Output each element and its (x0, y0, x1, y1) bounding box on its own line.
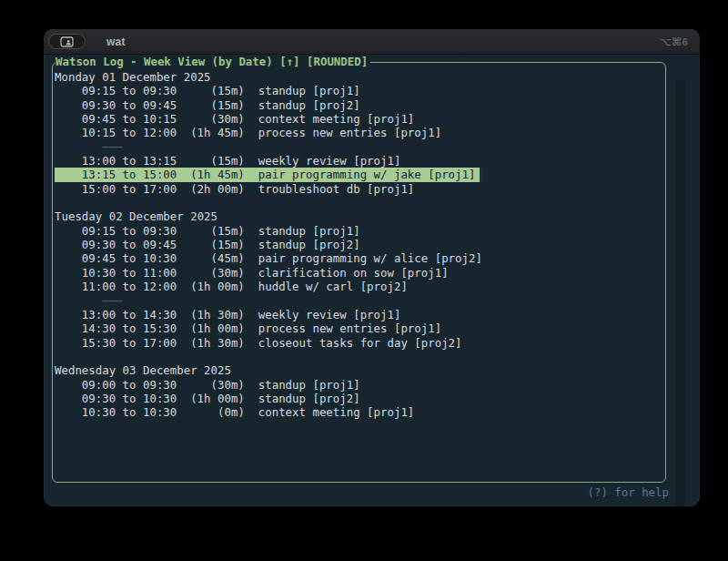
log-entry[interactable]: 09:30 to 09:45(15m)standup [proj2] (55, 238, 364, 251)
entry-duration: (1h 45m) (177, 126, 245, 139)
terminal-content: Watson Log - Week View (by Date) [↑] [RO… (44, 55, 700, 506)
entry-time-range: 09:45 to 10:30 (82, 251, 177, 265)
gap-separator: ─── (55, 294, 123, 308)
log-entry[interactable]: 14:30 to 15:30(1h 00m)process new entrie… (55, 321, 446, 335)
day-header: Monday 01 December 2025 (55, 70, 211, 84)
entry-duration: (45m) (177, 251, 245, 265)
entry-time-range: 09:00 to 09:30 (82, 378, 177, 392)
entry-time-range: 09:15 to 09:30 (82, 224, 177, 238)
entry-description: standup [proj1] (245, 224, 360, 238)
help-hint: (?) for help (587, 485, 669, 499)
entry-duration: (1h 00m) (177, 280, 245, 293)
log-entry[interactable]: 13:00 to 14:30(1h 30m)weekly review [pro… (55, 308, 405, 321)
entry-time-range: 14:30 to 15:30 (82, 321, 177, 335)
log-entry[interactable]: 13:00 to 13:15(15m)weekly review [proj1] (55, 154, 405, 168)
terminal-tab[interactable] (48, 34, 86, 49)
log-entry[interactable]: 09:00 to 09:30(30m)standup [proj1] (55, 378, 364, 392)
blank-line (55, 196, 61, 209)
entry-description: standup [proj2] (245, 98, 360, 112)
entry-description: pair programming w/ jake [proj1] (245, 168, 476, 181)
log-entry[interactable]: 09:30 to 10:30(1h 00m)standup [proj2] (55, 392, 364, 405)
entry-duration: (15m) (177, 154, 245, 168)
tab-shortcut-label: ⌥⌘6 (660, 36, 688, 48)
entry-time-range: 09:30 to 09:45 (82, 98, 177, 112)
scrollbar-track[interactable] (675, 80, 685, 506)
entry-duration: (15m) (177, 238, 245, 251)
entry-time-range: 15:00 to 17:00 (82, 182, 177, 196)
entry-time-range: 10:30 to 11:00 (82, 266, 177, 280)
day-block: Monday 01 December 202509:15 to 09:30(15… (55, 70, 663, 196)
entry-time-range: 13:15 to 15:00 (82, 168, 177, 181)
log-days: Monday 01 December 202509:15 to 09:30(15… (53, 63, 665, 482)
entry-time-range: 10:30 to 10:30 (82, 405, 177, 419)
entry-duration: (1h 00m) (177, 392, 245, 405)
entry-time-range: 09:30 to 09:45 (82, 238, 177, 251)
entry-description: clarification on sow [proj1] (245, 266, 449, 280)
entry-duration: (15m) (177, 224, 245, 238)
log-entry[interactable]: 09:45 to 10:15(30m)context meeting [proj… (55, 112, 419, 126)
log-entry[interactable]: 09:30 to 09:45(15m)standup [proj2] (55, 98, 364, 112)
blank-line (55, 350, 61, 363)
terminal-window: wat ⌥⌘6 Watson Log - Week View (by Date)… (44, 29, 700, 506)
entry-description: standup [proj1] (245, 84, 360, 97)
log-entry-selected[interactable]: 13:15 to 15:00(1h 45m)pair programming w… (55, 168, 482, 181)
entry-time-range: 13:00 to 13:15 (82, 154, 177, 168)
log-entry[interactable]: 15:00 to 17:00(2h 00m)troubleshoot db [p… (55, 182, 419, 196)
entry-duration: (1h 30m) (177, 336, 245, 350)
log-entry[interactable]: 10:30 to 10:30(0m)context meeting [proj1… (55, 405, 419, 419)
log-entry[interactable]: 09:15 to 09:30(15m)standup [proj1] (55, 84, 364, 97)
entry-duration: (30m) (177, 266, 245, 280)
titlebar: wat ⌥⌘6 (44, 29, 700, 55)
entry-duration: (30m) (177, 112, 245, 126)
entry-duration: (2h 00m) (177, 182, 245, 196)
entry-description: standup [proj1] (245, 378, 360, 392)
entry-description: standup [proj2] (245, 238, 360, 251)
window-title: wat (106, 36, 126, 48)
entry-description: pair programming w/ alice [proj2] (245, 251, 482, 265)
log-entry[interactable]: 15:30 to 17:00(1h 30m)closeout tasks for… (55, 336, 466, 350)
entry-duration: (1h 45m) (177, 168, 245, 181)
log-entry[interactable]: 09:15 to 09:30(15m)standup [proj1] (55, 224, 364, 238)
day-header: Tuesday 02 December 2025 (55, 209, 217, 223)
log-entry[interactable]: 09:45 to 10:30(45m)pair programming w/ a… (55, 251, 486, 265)
entry-description: process new entries [proj1] (245, 321, 441, 335)
entry-time-range: 11:00 to 12:00 (82, 280, 177, 293)
week-view-panel: Watson Log - Week View (by Date) [↑] [RO… (52, 62, 666, 483)
day-header: Wednesday 03 December 2025 (55, 363, 231, 377)
entry-description: troubleshoot db [proj1] (245, 182, 414, 196)
entry-time-range: 13:00 to 14:30 (82, 308, 177, 321)
entry-description: process new entries [proj1] (245, 126, 441, 139)
entry-time-range: 09:15 to 09:30 (82, 84, 177, 97)
entry-time-range: 09:30 to 10:30 (82, 392, 177, 405)
entry-description: closeout tasks for day [proj2] (245, 336, 462, 350)
entry-description: standup [proj2] (245, 392, 360, 405)
entry-duration: (15m) (177, 98, 245, 112)
entry-time-range: 10:15 to 12:00 (82, 126, 177, 139)
log-entry[interactable]: 10:15 to 12:00(1h 45m)process new entrie… (55, 126, 446, 139)
entry-description: weekly review [proj1] (245, 154, 401, 168)
entry-duration: (0m) (177, 405, 245, 419)
entry-description: huddle w/ carl [proj2] (245, 280, 408, 293)
log-entry[interactable]: 10:30 to 11:00(30m)clarification on sow … (55, 266, 452, 280)
entry-duration: (1h 30m) (177, 308, 245, 321)
entry-description: weekly review [proj1] (245, 308, 401, 321)
entry-duration: (30m) (177, 378, 245, 392)
entry-description: context meeting [proj1] (245, 112, 414, 126)
terminal-screen-icon (60, 36, 74, 47)
entry-time-range: 09:45 to 10:15 (82, 112, 177, 126)
day-block: Tuesday 02 December 202509:15 to 09:30(1… (55, 209, 663, 349)
day-block: Wednesday 03 December 202509:00 to 09:30… (55, 363, 663, 419)
entry-duration: (1h 00m) (177, 321, 245, 335)
entry-description: context meeting [proj1] (245, 405, 414, 419)
log-entry[interactable]: 11:00 to 12:00(1h 00m)huddle w/ carl [pr… (55, 280, 411, 293)
entry-time-range: 15:30 to 17:00 (82, 336, 177, 350)
gap-separator: ─── (55, 140, 123, 154)
entry-duration: (15m) (177, 84, 245, 97)
